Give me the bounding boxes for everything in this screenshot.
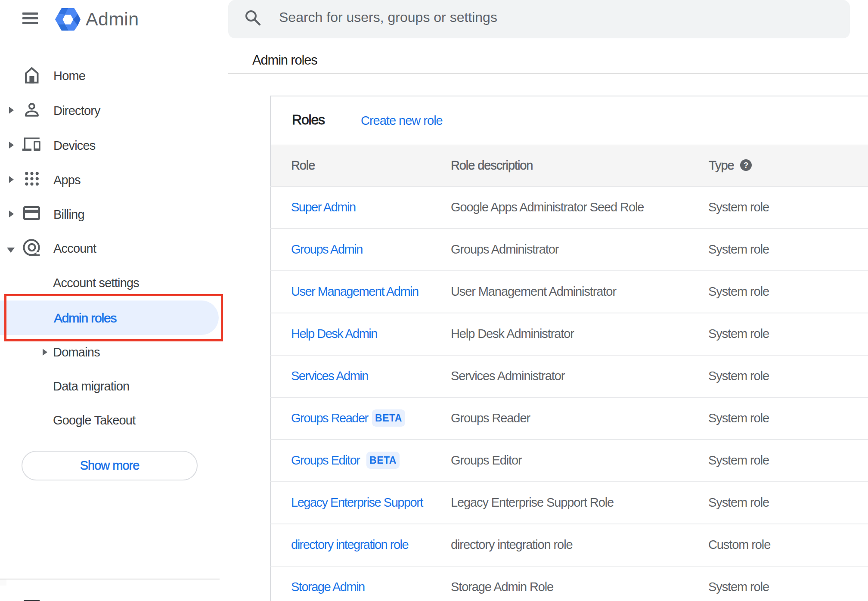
svg-text:?: ? <box>744 161 748 170</box>
